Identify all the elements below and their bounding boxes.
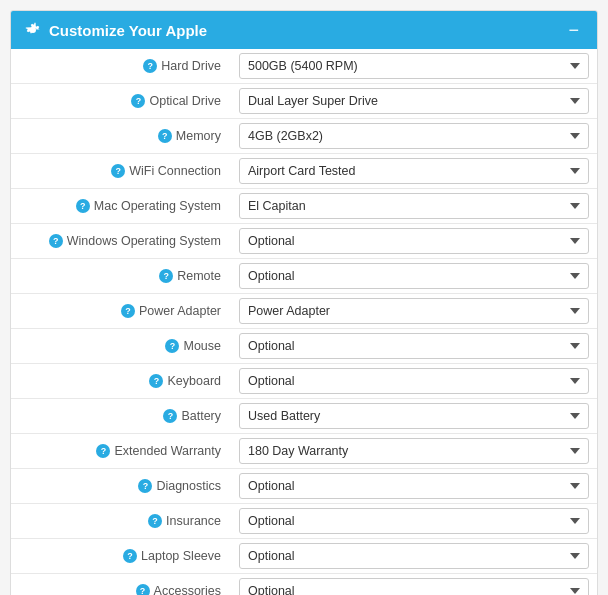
- row-select-hard-drive[interactable]: 500GB (5400 RPM)500GB (7200 RPM)750GB (5…: [239, 53, 589, 79]
- row-select-cell: Power AdapterNone: [231, 294, 597, 328]
- help-icon[interactable]: ?: [165, 339, 179, 353]
- table-row: ?AccessoriesOptionalAccessories Bundle: [11, 574, 597, 595]
- row-select-cell: OptionalApple MouseMagic Mouse: [231, 329, 597, 363]
- row-label: WiFi Connection: [129, 164, 221, 178]
- help-icon[interactable]: ?: [158, 129, 172, 143]
- form-rows: ?Hard Drive500GB (5400 RPM)500GB (7200 R…: [11, 49, 597, 595]
- row-select-optical-drive[interactable]: Dual Layer Super DriveNoneExternal DVD: [239, 88, 589, 114]
- help-icon[interactable]: ?: [149, 374, 163, 388]
- row-select-windows-operating-system[interactable]: OptionalWindows 10Windows 7: [239, 228, 589, 254]
- row-label-cell: ?Remote: [11, 263, 231, 289]
- help-icon[interactable]: ?: [123, 549, 137, 563]
- row-label-cell: ?Mouse: [11, 333, 231, 359]
- row-select-battery[interactable]: Used BatteryNew BatteryNone: [239, 403, 589, 429]
- row-label: Battery: [181, 409, 221, 423]
- help-icon[interactable]: ?: [49, 234, 63, 248]
- help-icon[interactable]: ?: [159, 269, 173, 283]
- table-row: ?Memory4GB (2GBx2)8GB (4GBx2)16GB (8GBx2…: [11, 119, 597, 154]
- table-row: ?Power AdapterPower AdapterNone: [11, 294, 597, 329]
- row-select-cell: OptionalLaptop Sleeve: [231, 539, 597, 573]
- help-icon[interactable]: ?: [111, 164, 125, 178]
- row-label: Mac Operating System: [94, 199, 221, 213]
- table-row: ?Windows Operating SystemOptionalWindows…: [11, 224, 597, 259]
- row-label-cell: ?Accessories: [11, 578, 231, 595]
- minimize-button[interactable]: −: [564, 21, 583, 39]
- row-label: Power Adapter: [139, 304, 221, 318]
- row-select-keyboard[interactable]: OptionalApple KeyboardMagic Keyboard: [239, 368, 589, 394]
- row-label-cell: ?Keyboard: [11, 368, 231, 394]
- row-select-cell: OptionalApple KeyboardMagic Keyboard: [231, 364, 597, 398]
- help-icon[interactable]: ?: [96, 444, 110, 458]
- row-select-remote[interactable]: OptionalApple Remote: [239, 263, 589, 289]
- row-select-mac-operating-system[interactable]: El CapitanSierraHigh SierraNone: [239, 193, 589, 219]
- row-select-cell: 4GB (2GBx2)8GB (4GBx2)16GB (8GBx2): [231, 119, 597, 153]
- row-select-memory[interactable]: 4GB (2GBx2)8GB (4GBx2)16GB (8GBx2): [239, 123, 589, 149]
- table-row: ?WiFi ConnectionAirport Card TestedNone: [11, 154, 597, 189]
- row-select-extended-warranty[interactable]: 180 Day Warranty1 Year WarrantyNone: [239, 438, 589, 464]
- row-label-cell: ?Insurance: [11, 508, 231, 534]
- table-row: ?KeyboardOptionalApple KeyboardMagic Key…: [11, 364, 597, 399]
- header-left: Customize Your Apple: [25, 22, 207, 39]
- row-label-cell: ?Hard Drive: [11, 53, 231, 79]
- row-select-cell: OptionalApple Remote: [231, 259, 597, 293]
- widget-header: Customize Your Apple −: [11, 11, 597, 49]
- help-icon[interactable]: ?: [163, 409, 177, 423]
- table-row: ?MouseOptionalApple MouseMagic Mouse: [11, 329, 597, 364]
- table-row: ?InsuranceOptional1 Year Insurance: [11, 504, 597, 539]
- row-select-laptop-sleeve[interactable]: OptionalLaptop Sleeve: [239, 543, 589, 569]
- table-row: ?Mac Operating SystemEl CapitanSierraHig…: [11, 189, 597, 224]
- row-select-mouse[interactable]: OptionalApple MouseMagic Mouse: [239, 333, 589, 359]
- help-icon[interactable]: ?: [138, 479, 152, 493]
- table-row: ?BatteryUsed BatteryNew BatteryNone: [11, 399, 597, 434]
- row-select-cell: Dual Layer Super DriveNoneExternal DVD: [231, 84, 597, 118]
- row-label-cell: ?Memory: [11, 123, 231, 149]
- row-select-power-adapter[interactable]: Power AdapterNone: [239, 298, 589, 324]
- row-label: Memory: [176, 129, 221, 143]
- row-label: Keyboard: [167, 374, 221, 388]
- row-label-cell: ?Mac Operating System: [11, 193, 231, 219]
- row-select-cell: El CapitanSierraHigh SierraNone: [231, 189, 597, 223]
- row-select-cell: Optional1 Year Insurance: [231, 504, 597, 538]
- row-label: Windows Operating System: [67, 234, 221, 248]
- help-icon[interactable]: ?: [148, 514, 162, 528]
- row-label: Insurance: [166, 514, 221, 528]
- row-label: Extended Warranty: [114, 444, 221, 458]
- row-label: Diagnostics: [156, 479, 221, 493]
- gear-icon: [25, 22, 41, 38]
- row-select-wifi-connection[interactable]: Airport Card TestedNone: [239, 158, 589, 184]
- help-icon[interactable]: ?: [143, 59, 157, 73]
- row-select-cell: OptionalAccessories Bundle: [231, 574, 597, 595]
- widget-title: Customize Your Apple: [49, 22, 207, 39]
- table-row: ?Laptop SleeveOptionalLaptop Sleeve: [11, 539, 597, 574]
- row-select-diagnostics[interactable]: OptionalFull Diagnostics: [239, 473, 589, 499]
- row-label: Mouse: [183, 339, 221, 353]
- row-label-cell: ?Windows Operating System: [11, 228, 231, 254]
- row-label-cell: ?Extended Warranty: [11, 438, 231, 464]
- row-label-cell: ?WiFi Connection: [11, 158, 231, 184]
- table-row: ?Hard Drive500GB (5400 RPM)500GB (7200 R…: [11, 49, 597, 84]
- customize-widget: Customize Your Apple − ?Hard Drive500GB …: [10, 10, 598, 595]
- row-select-cell: 500GB (5400 RPM)500GB (7200 RPM)750GB (5…: [231, 49, 597, 83]
- row-label-cell: ?Power Adapter: [11, 298, 231, 324]
- row-label-cell: ?Battery: [11, 403, 231, 429]
- row-label: Optical Drive: [149, 94, 221, 108]
- row-label-cell: ?Optical Drive: [11, 88, 231, 114]
- row-select-cell: OptionalWindows 10Windows 7: [231, 224, 597, 258]
- row-select-insurance[interactable]: Optional1 Year Insurance: [239, 508, 589, 534]
- help-icon[interactable]: ?: [136, 584, 150, 595]
- table-row: ?Optical DriveDual Layer Super DriveNone…: [11, 84, 597, 119]
- row-label: Remote: [177, 269, 221, 283]
- row-label-cell: ?Laptop Sleeve: [11, 543, 231, 569]
- help-icon[interactable]: ?: [121, 304, 135, 318]
- help-icon[interactable]: ?: [131, 94, 145, 108]
- row-select-cell: OptionalFull Diagnostics: [231, 469, 597, 503]
- row-select-cell: Used BatteryNew BatteryNone: [231, 399, 597, 433]
- row-select-cell: 180 Day Warranty1 Year WarrantyNone: [231, 434, 597, 468]
- table-row: ?DiagnosticsOptionalFull Diagnostics: [11, 469, 597, 504]
- row-select-accessories[interactable]: OptionalAccessories Bundle: [239, 578, 589, 595]
- row-select-cell: Airport Card TestedNone: [231, 154, 597, 188]
- row-label: Hard Drive: [161, 59, 221, 73]
- help-icon[interactable]: ?: [76, 199, 90, 213]
- row-label: Accessories: [154, 584, 221, 595]
- table-row: ?RemoteOptionalApple Remote: [11, 259, 597, 294]
